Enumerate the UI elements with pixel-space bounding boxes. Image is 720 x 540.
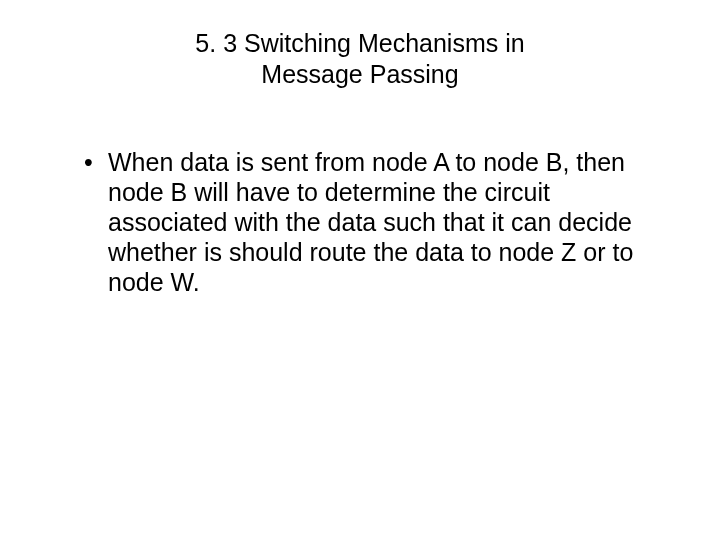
slide: 5. 3 Switching Mechanisms in Message Pas…: [0, 0, 720, 540]
slide-content: When data is sent from node A to node B,…: [0, 147, 720, 297]
title-line-2: Message Passing: [261, 60, 458, 88]
bullet-item: When data is sent from node A to node B,…: [80, 147, 660, 297]
bullet-text: When data is sent from node A to node B,…: [108, 148, 633, 296]
title-line-1: 5. 3 Switching Mechanisms in: [195, 29, 524, 57]
slide-title: 5. 3 Switching Mechanisms in Message Pas…: [80, 28, 640, 91]
